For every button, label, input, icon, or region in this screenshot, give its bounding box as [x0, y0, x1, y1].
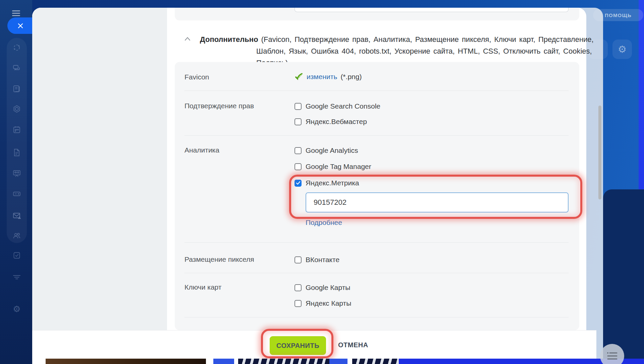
checkbox-label: ВКонтакте [306, 256, 339, 264]
users-icon[interactable] [12, 231, 21, 240]
strip-segment [329, 359, 347, 364]
row-divider [184, 135, 569, 136]
favicon-row-value: изменить (*.png) [294, 71, 362, 82]
checkbox-label: Google Карты [306, 284, 350, 292]
strip-segment [234, 359, 238, 364]
strip-segment [213, 359, 234, 364]
settings-icon[interactable]: ⚙ [12, 305, 21, 313]
collapse-section-button[interactable] [184, 37, 191, 43]
favicon-change-link[interactable]: изменить [307, 73, 337, 81]
strip-segment [206, 359, 213, 364]
checkbox-label: Google Tag Manager [306, 163, 371, 171]
highlight-ring-metrika [289, 175, 582, 219]
filter-icon[interactable] [12, 272, 21, 281]
list-icon [606, 351, 618, 361]
settings-gear-button[interactable]: ⚙ [612, 40, 632, 59]
menu-icon [12, 10, 20, 11]
checkbox-google-analytics[interactable]: Google Analytics [294, 146, 358, 155]
checkbox-label: Яндекс Карты [306, 299, 351, 307]
hexagon-icon[interactable] [12, 105, 21, 113]
strip-segment [46, 359, 206, 364]
section-summary-line: Шаблон, Язык, Ошибка 404, robots.txt, Ус… [200, 45, 594, 57]
menu-button[interactable] [0, 0, 32, 20]
orbit-icon[interactable] [12, 43, 21, 52]
modal-left-column [32, 8, 167, 330]
strip-segment [32, 359, 46, 364]
section-title: Дополнительно [200, 35, 258, 44]
modal-scrollbar[interactable] [598, 106, 601, 199]
checkbox-icon[interactable] [294, 300, 302, 307]
chevron-up-icon [184, 37, 191, 41]
checkbox-google-search-console[interactable]: Google Search Console [294, 102, 380, 110]
highlight-ring-save [261, 329, 333, 358]
favicon-row-label: Favicon [184, 73, 288, 81]
row-divider [184, 273, 569, 273]
checkbox-yandex-webmaster[interactable]: Яндекс.Вебмастер [294, 118, 367, 126]
checkbox-icon[interactable] [294, 103, 302, 110]
checkbox-google-tag-manager[interactable]: Google Tag Manager [294, 163, 371, 171]
favicon-preview-icon [294, 72, 303, 81]
gear-icon: ⚙ [618, 44, 627, 55]
details-link[interactable]: Подробнее [306, 219, 342, 227]
strip-segment [238, 359, 329, 364]
file-icon[interactable] [12, 148, 21, 157]
row-divider [184, 242, 569, 243]
cancel-button[interactable]: ОТМЕНА [338, 341, 368, 349]
presentation-icon[interactable] [12, 169, 21, 178]
previous-input-bottom [294, 8, 569, 12]
checkbox-icon[interactable] [294, 163, 302, 170]
site-preview-strip [32, 359, 644, 364]
analytics-row-label: Аналитика [184, 146, 288, 154]
section-summary-line: (Favicon, Подтверждение прав, Аналитика,… [261, 35, 594, 44]
checkbox-label: Google Analytics [306, 146, 358, 155]
strip-segment [347, 359, 352, 364]
maps-row-label: Ключи карт [184, 283, 288, 291]
tasks-icon[interactable] [12, 251, 21, 260]
checkbox-yandex-maps[interactable]: Яндекс Карты [294, 299, 351, 307]
chat-icon[interactable] [12, 64, 21, 72]
menu-icon [12, 15, 20, 16]
sidebar: ⚙ [0, 0, 32, 364]
checkbox-icon[interactable] [294, 118, 302, 125]
background-panel [603, 189, 644, 364]
mail-alert-icon[interactable] [12, 211, 21, 220]
checkbox-icon[interactable] [294, 256, 302, 263]
close-icon [17, 23, 23, 29]
drive-icon[interactable] [12, 189, 21, 198]
pixel-row-label: Размещение пикселя [184, 255, 288, 263]
row-divider [184, 90, 569, 91]
checkbox-label: Google Search Console [306, 102, 380, 110]
checkbox-icon[interactable] [294, 284, 302, 291]
rights-row-label: Подтверждение прав [184, 102, 288, 110]
row-divider [184, 317, 569, 317]
menu-icon [12, 13, 20, 14]
checkbox-google-maps[interactable]: Google Карты [294, 284, 350, 292]
strip-segment [352, 359, 399, 364]
calendar-icon[interactable] [12, 125, 21, 134]
app-root: ПОМОЩЬ ⚙ [0, 0, 644, 364]
checkbox-icon[interactable] [294, 147, 302, 154]
pages-icon[interactable] [12, 84, 21, 93]
checkbox-vkontakte[interactable]: ВКонтакте [294, 256, 339, 264]
help-label: ПОМОЩЬ [605, 12, 632, 18]
checkbox-label: Яндекс.Вебмастер [306, 118, 367, 126]
close-button[interactable] [7, 17, 34, 34]
favicon-format-hint: (*.png) [340, 73, 362, 81]
